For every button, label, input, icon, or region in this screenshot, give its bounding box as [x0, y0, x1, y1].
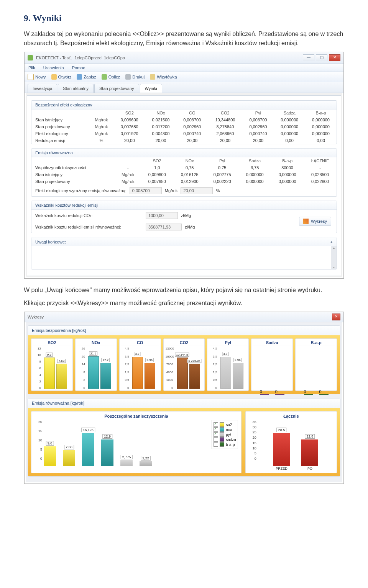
- chart-pyl: Pył 4,53,52,51,50,50 3.7 2.96: [207, 338, 249, 391]
- tb-zapisz[interactable]: Zapisz: [77, 74, 96, 80]
- indicator-co2-row: Wskaźnik kosztu redukcji CO₂: 1000,00 zł…: [31, 210, 294, 221]
- collapse-icon[interactable]: ▴: [330, 239, 333, 244]
- dialog-title: Wykresy: [28, 315, 44, 319]
- chart-group-direct: Emisja bezpośrednia [kg/rok] SO2 1210864…: [28, 325, 340, 394]
- chart-so2: SO2 121086420 9.6 7.68: [31, 338, 73, 391]
- wykresy-button[interactable]: Wykresy: [299, 217, 331, 226]
- tb-otworz[interactable]: Otwórz: [51, 74, 72, 80]
- table-row: Redukcja emisji%20,0020,0020,0020,0020,0…: [31, 137, 337, 144]
- table-row: Współczynnik toksyczności-1,00,750,753,7…: [31, 164, 337, 171]
- save-icon: [77, 74, 82, 80]
- tab-stan-aktualny[interactable]: Stan aktualny: [58, 84, 94, 93]
- uwagi-label: Uwagi końcowe:: [35, 240, 66, 244]
- window-title: EKOEFEKT - Test1_1ciepCOprzed_1ciepCOpo: [36, 56, 125, 60]
- group-title: Emisja równoważna: [31, 149, 337, 157]
- minimize-button[interactable]: —: [303, 54, 314, 61]
- chart-bap: B-a-p 0 0: [295, 338, 337, 391]
- table-row: Stan istniejącyMg/rok0,0096000,0161250,0…: [31, 171, 337, 178]
- tb-oblicz[interactable]: Oblicz: [102, 74, 120, 80]
- menu-plik[interactable]: Plik: [28, 65, 35, 70]
- open-icon: [51, 74, 57, 80]
- titlebar: EKOEFEKT - Test1_1ciepCOprzed_1ciepCOpo …: [25, 52, 343, 64]
- tab-stan-projektowany[interactable]: Stan projektowany: [94, 84, 139, 93]
- chart-sadza: Sadza 0 0: [251, 338, 293, 391]
- group-title: Bezpośredni efekt ekologiczny: [31, 101, 337, 109]
- menubar: Plik Ustawienia Pomoc: [25, 64, 343, 72]
- print-icon: [125, 74, 131, 80]
- eq-effect-row: Efekt ekologiczny wyrażony emisją równow…: [31, 185, 337, 196]
- tab-inwestycja[interactable]: Inwestycja: [28, 84, 57, 93]
- tab-content: Bezpośredni efekt ekologiczny SO2NOxCOCO…: [27, 95, 341, 276]
- app-icon: [28, 55, 33, 60]
- chart-icon: [303, 219, 309, 224]
- eq-cost-value: 3508771,93: [146, 224, 182, 230]
- new-icon: [28, 74, 34, 80]
- dialog-close-button[interactable]: ✕: [332, 314, 340, 320]
- chart-section-title: Emisja bezpośrednia [kg/rok]: [28, 326, 340, 335]
- table-rownowazna: SO2NOxPyłSadzaB-a-pŁĄCZNIE Współczynnik …: [31, 157, 337, 185]
- app-window: EKOEFEKT - Test1_1ciepCOprzed_1ciepCOpo …: [24, 52, 344, 279]
- tb-wizytowka[interactable]: Wizytówka: [150, 74, 177, 80]
- co2-value: 1000,00: [146, 212, 178, 219]
- chart-by-pollutant: Poszczególne zanieczyszczenia 20151050 9…: [31, 411, 242, 473]
- close-button[interactable]: ✕: [329, 54, 340, 61]
- eq-value: 0,005700: [130, 187, 162, 194]
- legend-checkbox[interactable]: [214, 432, 218, 437]
- chart-group-equivalent: Emisja równoważna [kg/rok] Poszczególne …: [28, 398, 340, 477]
- intro-paragraph-3: Klikając przycisk <<Wykresy>> mamy możli…: [24, 299, 344, 308]
- legend-checkbox[interactable]: [214, 437, 218, 442]
- group-rownowazna: Emisja równoważna SO2NOxPyłSadzaB-a-pŁĄC…: [31, 148, 337, 197]
- intro-paragraph-2: W polu „Uwagi końcowe" mamy możliwość wp…: [24, 286, 344, 295]
- menu-ustawienia[interactable]: Ustawienia: [43, 65, 64, 70]
- intro-paragraph-1: W zakładce tej po wykonaniu polecenia <<…: [24, 29, 344, 48]
- table-row: Efekt ekologicznyMg/rok0,0019200,0043000…: [31, 130, 337, 137]
- table-row: Stan projektowanyMg/rok0,0076800,0172000…: [31, 123, 337, 130]
- tb-drukuj[interactable]: Drukuj: [125, 74, 145, 80]
- chart-total: Łącznie 35302520151050 28.5 22.8 PRZEDPO: [245, 411, 337, 473]
- chart-co: CO 4,53,52,51,50,50 3.7 2.96: [119, 338, 161, 391]
- table-bezposredni: SO2NOxCOCO2PyłSadzaB-a-p Stan istniejący…: [31, 109, 337, 144]
- chart-co2: CO2 13000100007000400010000 10 344,8 8 2…: [163, 338, 205, 391]
- table-row: Stan istniejącyMg/rok0,0096000,0215000,0…: [31, 116, 337, 123]
- tab-bar: Inwestycja Stan aktualny Stan projektowa…: [25, 82, 343, 93]
- chart-section-title: Emisja równoważna [kg/rok]: [28, 399, 340, 408]
- calc-icon: [102, 74, 107, 80]
- group-title: Wskaźniki kosztów redukcji emisji: [31, 201, 337, 210]
- dialog-titlebar: Wykresy ✕: [25, 312, 343, 322]
- legend: so2 nox pył sadza b-a-p: [212, 420, 238, 449]
- dialog-wykresy: Wykresy ✕ Emisja bezpośrednia [kg/rok] S…: [24, 312, 344, 484]
- group-wskazniki: Wskaźniki kosztów redukcji emisji Wskaźn…: [31, 201, 337, 233]
- tb-nowy[interactable]: Nowy: [28, 74, 46, 80]
- eq-percent: 20,00: [181, 187, 213, 194]
- section-heading: 9. Wyniki: [24, 13, 344, 23]
- scrollbar[interactable]: ▴▾: [331, 246, 337, 269]
- tab-wyniki[interactable]: Wyniki: [140, 84, 162, 93]
- group-uwagi: Uwagi końcowe: ▴ ▴▾: [31, 237, 337, 270]
- group-bezposredni: Bezpośredni efekt ekologiczny SO2NOxCOCO…: [31, 100, 337, 144]
- indicator-eq-row: Wskaźnik kosztu redukcji emisji równoważ…: [31, 221, 294, 233]
- menu-pomoc[interactable]: Pomoc: [72, 65, 85, 70]
- charts-row: SO2 121086420 9.6 7.68 NOx 262014820 21.…: [28, 335, 340, 394]
- maximize-button[interactable]: ▢: [316, 54, 327, 61]
- card-icon: [150, 74, 155, 80]
- table-row: Stan projektowanyMg/rok0,0076800,0129000…: [31, 178, 337, 185]
- uwagi-textarea[interactable]: [31, 246, 331, 269]
- legend-checkbox[interactable]: [214, 442, 218, 447]
- toolbar: Nowy Otwórz Zapisz Oblicz Drukuj Wizytów…: [25, 72, 343, 82]
- chart-nox: NOx 262014820 21.5 17.2: [75, 338, 117, 391]
